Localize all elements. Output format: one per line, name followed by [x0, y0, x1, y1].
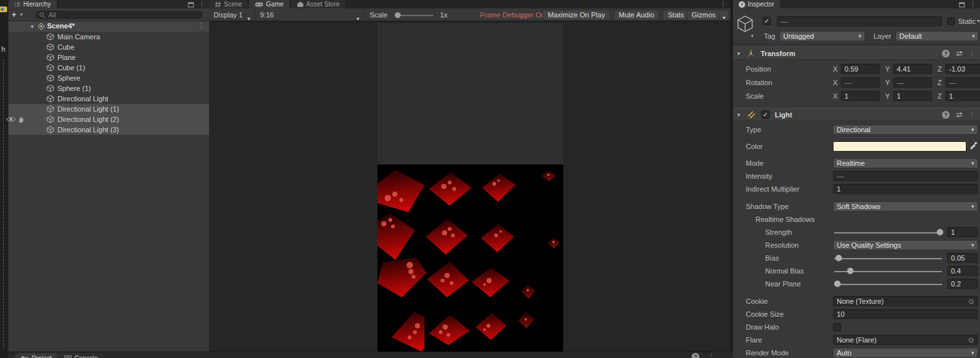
resolution-dropdown[interactable]: Use Quality Settings▾: [833, 240, 978, 250]
dock-window-icon[interactable]: [188, 1, 194, 8]
mute-audio-button[interactable]: Mute Audio: [614, 10, 659, 21]
frame-debugger-indicator[interactable]: Frame Debugger On: [480, 11, 545, 19]
hierarchy-item[interactable]: Directional Light (1): [8, 104, 209, 114]
rotation-x-field[interactable]: —: [841, 77, 880, 88]
scale-y-field[interactable]: 1: [893, 91, 932, 101]
hierarchy-search-box[interactable]: [34, 10, 204, 20]
position-y-field[interactable]: 4.41: [893, 64, 932, 74]
foldout-icon[interactable]: ▼: [30, 24, 35, 30]
object-picker-icon[interactable]: ⊙: [968, 335, 974, 344]
position-x-field[interactable]: 0.59: [841, 64, 880, 74]
create-object-button[interactable]: +: [12, 10, 17, 19]
light-color-swatch[interactable]: [833, 141, 966, 152]
hierarchy-item[interactable]: Directional Light (2): [8, 114, 209, 124]
flare-object-field[interactable]: None (Flare)⊙: [833, 335, 978, 345]
eyedropper-icon[interactable]: [969, 142, 978, 150]
bias-slider[interactable]: [833, 253, 943, 263]
tab-project[interactable]: Project: [15, 353, 57, 358]
tab-game[interactable]: Game: [249, 0, 289, 8]
tab-hierarchy[interactable]: Hierarchy: [8, 0, 57, 8]
normal-bias-field[interactable]: 0.4: [947, 266, 978, 276]
gameobject-icon[interactable]: [737, 15, 754, 33]
presets-icon[interactable]: [955, 50, 963, 57]
hierarchy-item[interactable]: Directional Light: [8, 94, 209, 104]
scene-header-row[interactable]: ▼ Scene4* ⋮: [8, 21, 209, 32]
scene-menu-icon[interactable]: ⋮: [198, 23, 205, 29]
hierarchy-item[interactable]: Directional Light (3): [8, 124, 209, 135]
near-plane-slider[interactable]: [833, 279, 943, 289]
component-menu-icon[interactable]: ⋮: [969, 112, 975, 118]
render-mode-dropdown[interactable]: Auto▾: [833, 348, 978, 358]
hierarchy-search-input[interactable]: [48, 11, 199, 19]
hierarchy-item[interactable]: Plane: [8, 52, 209, 63]
help-icon[interactable]: ?: [942, 111, 950, 119]
component-menu-icon[interactable]: ⋮: [969, 50, 975, 57]
aspect-ratio-dropdown[interactable]: 9:16 ▾: [255, 8, 364, 22]
create-object-caret-icon[interactable]: ▾: [20, 12, 23, 17]
transform-header[interactable]: ▼ Transform ? ⋮: [733, 46, 980, 60]
scale-x-field[interactable]: 1: [841, 91, 880, 101]
panel-menu-icon[interactable]: ⋮: [199, 1, 205, 8]
draw-halo-checkbox[interactable]: [833, 323, 841, 332]
foldout-icon[interactable]: ▼: [736, 112, 741, 118]
stats-button[interactable]: Stats: [663, 10, 689, 21]
bias-field[interactable]: 0.05: [947, 253, 978, 263]
object-picker-icon[interactable]: ⊙: [968, 297, 974, 306]
strength-slider-knob[interactable]: [937, 229, 943, 235]
display-dropdown[interactable]: Display 1 ▾: [209, 8, 255, 22]
tab-scene[interactable]: Scene: [209, 0, 248, 8]
gameobject-name-field[interactable]: —: [777, 16, 942, 26]
help-icon[interactable]: ?: [692, 353, 699, 358]
light-mode-dropdown[interactable]: Realtime▾: [833, 158, 978, 168]
gizmos-dropdown[interactable]: Gizmos ▾: [686, 10, 729, 21]
bias-slider-knob[interactable]: [835, 255, 842, 261]
light-enabled-checkbox[interactable]: ✓: [761, 110, 770, 119]
rotation-y-field[interactable]: —: [893, 77, 932, 88]
gameobject-icon-caret[interactable]: ▾: [751, 33, 754, 39]
pickability-hand-icon[interactable]: [17, 115, 25, 123]
panel-menu-icon[interactable]: ⋮: [708, 353, 715, 358]
panel-menu-icon[interactable]: ⋮: [720, 1, 726, 8]
hierarchy-item[interactable]: Main Camera: [8, 32, 209, 42]
resolution-value: Use Quality Settings: [837, 241, 901, 250]
strength-field[interactable]: 1: [947, 227, 978, 237]
tab-console[interactable]: Console: [59, 353, 104, 358]
active-checkbox[interactable]: ✓: [763, 17, 771, 25]
tab-inspector[interactable]: i Inspector: [733, 0, 780, 8]
normal-bias-slider-knob[interactable]: [847, 268, 854, 274]
near-plane-field[interactable]: 0.2: [947, 279, 978, 289]
normal-bias-slider[interactable]: [833, 266, 943, 276]
hierarchy-item[interactable]: Sphere: [8, 73, 209, 83]
intensity-field[interactable]: —: [833, 171, 978, 181]
tab-asset-store[interactable]: Asset Store: [291, 0, 346, 8]
shadow-type-dropdown[interactable]: Soft Shadows▾: [833, 201, 978, 212]
tag-dropdown[interactable]: Untagged ▾: [779, 31, 865, 41]
dock-window-icon[interactable]: [959, 1, 965, 8]
strength-slider[interactable]: [833, 227, 943, 237]
scale-z-field[interactable]: 1: [945, 91, 980, 101]
hierarchy-item-label: Directional Light (1): [57, 105, 119, 113]
foldout-icon[interactable]: ▼: [736, 51, 741, 57]
light-header[interactable]: ▼ ✓ Light ? ⋮: [733, 108, 980, 121]
help-icon[interactable]: ?: [942, 50, 950, 57]
presets-icon[interactable]: [955, 111, 963, 119]
hierarchy-item[interactable]: Cube (1): [8, 63, 209, 73]
maximize-on-play-button[interactable]: Maximize On Play: [543, 10, 610, 21]
layer-dropdown[interactable]: Default ▾: [895, 31, 979, 41]
hierarchy-item[interactable]: Cube: [8, 42, 209, 52]
light-type-dropdown[interactable]: Directional▾: [833, 124, 978, 135]
rotation-z-field[interactable]: —: [945, 77, 980, 88]
cookie-size-field[interactable]: 10: [833, 309, 978, 319]
static-caret-icon[interactable]: ▼: [976, 19, 980, 23]
near-plane-slider-knob[interactable]: [834, 281, 841, 287]
position-z-field[interactable]: -1.03: [945, 64, 980, 74]
panel-menu-icon[interactable]: ⋮: [970, 1, 976, 8]
indirect-multiplier-field[interactable]: 1: [833, 184, 978, 194]
scale-slider[interactable]: [395, 15, 434, 16]
cookie-object-field[interactable]: None (Texture)⊙: [833, 296, 978, 306]
scale-slider-knob[interactable]: [395, 12, 401, 18]
static-checkbox[interactable]: [947, 17, 955, 25]
aspect-dropdown-label: 9:16: [260, 11, 274, 19]
hierarchy-item[interactable]: Sphere (1): [8, 83, 209, 94]
visibility-eye-icon[interactable]: [6, 116, 16, 123]
